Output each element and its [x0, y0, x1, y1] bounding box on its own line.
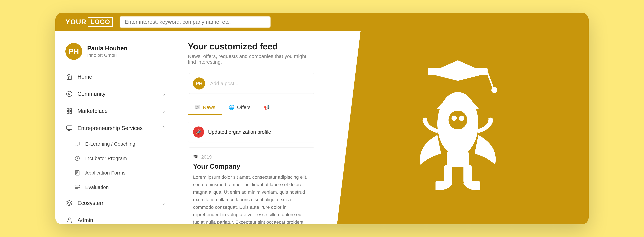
- more-icon: 📢: [264, 104, 270, 110]
- sidebar-item-entrepreneurship-label: Entrepreneurship Services: [78, 125, 157, 131]
- feed-title: Your customized feed: [188, 41, 315, 51]
- sidebar-item-home-label: Home: [78, 74, 166, 80]
- home-icon: [66, 73, 73, 81]
- user-info: Paula Houben Innoloft GmbH: [87, 45, 128, 58]
- news-icon: 📰: [194, 104, 200, 110]
- sidebar-item-marketplace[interactable]: Marketplace ⌄: [55, 102, 176, 120]
- feed-tabs: 📰 News 🌐 Offers 📢: [188, 100, 315, 115]
- user-name: Paula Houben: [87, 45, 128, 52]
- svg-rect-25: [444, 165, 452, 183]
- offers-icon: 🌐: [229, 104, 234, 110]
- rocket-mascot: [382, 60, 533, 195]
- feed-area: Your customized feed News, offers, reque…: [176, 31, 327, 224]
- main-content: PH Paula Houben Innoloft GmbH Home Commu…: [55, 31, 589, 224]
- entrepreneurship-chevron-icon: ⌃: [162, 125, 166, 131]
- sidebar-item-community-label: Community: [78, 91, 157, 97]
- entrepreneurship-icon: [66, 124, 73, 132]
- logo-box: LOGO: [88, 17, 113, 27]
- sidebar-item-entrepreneurship[interactable]: Entrepreneurship Services ⌃: [55, 120, 176, 137]
- sidebar-item-ecosystem-label: Ecosystem: [78, 200, 157, 206]
- right-panel: [327, 31, 589, 224]
- company-description: Lorem ipsum dolor sit amet, consectetur …: [193, 173, 310, 224]
- svg-rect-24: [446, 152, 469, 167]
- notification-icon: 🚀: [193, 126, 204, 138]
- svg-rect-5: [70, 112, 72, 113]
- community-icon: [66, 90, 73, 98]
- svg-rect-9: [75, 142, 80, 145]
- svg-line-18: [488, 73, 493, 88]
- sidebar-item-incubator[interactable]: Incubator Program: [55, 151, 176, 166]
- svg-point-1: [68, 93, 70, 95]
- sidebar-item-evaluation-label: Evaluation: [85, 184, 109, 190]
- sidebar-item-application-forms-label: Application Forms: [85, 170, 126, 176]
- marketplace-icon: [66, 107, 73, 115]
- forms-icon: [74, 169, 81, 176]
- avatar: PH: [66, 43, 82, 60]
- notification-text: Updated organization profile: [208, 129, 271, 135]
- sidebar-item-evaluation[interactable]: Evaluation: [55, 180, 176, 194]
- community-chevron-icon: ⌄: [162, 91, 166, 97]
- notification-card: 🚀 Updated organization profile: [188, 122, 315, 142]
- company-name: Your Company: [193, 163, 310, 170]
- svg-point-15: [68, 218, 70, 220]
- sidebar-item-incubator-label: Incubator Program: [85, 155, 127, 161]
- sidebar-item-elearning-label: E-Learning / Coaching: [85, 141, 135, 147]
- admin-icon: [66, 216, 73, 224]
- svg-point-0: [66, 91, 72, 97]
- company-year: 2019: [201, 154, 212, 160]
- sidebar-item-home[interactable]: Home: [55, 68, 176, 85]
- post-placeholder: Add a post...: [210, 81, 238, 86]
- svg-rect-6: [66, 126, 72, 129]
- sidebar-item-application-forms[interactable]: Application Forms: [55, 166, 176, 180]
- tab-news-label: News: [203, 104, 215, 110]
- svg-rect-2: [67, 109, 69, 110]
- top-bar: YOUR LOGO: [55, 13, 589, 31]
- tab-news[interactable]: 📰 News: [188, 100, 222, 115]
- sidebar-item-elearning[interactable]: E-Learning / Coaching: [55, 137, 176, 151]
- incubator-icon: [74, 155, 81, 162]
- sidebar-item-marketplace-label: Marketplace: [78, 108, 157, 114]
- company-year-row: 🏁 2019: [193, 154, 310, 160]
- sidebar-item-community[interactable]: Community ⌄: [55, 85, 176, 102]
- user-company: Innoloft GmbH: [87, 53, 128, 58]
- company-card: 🏁 2019 Your Company Lorem ipsum dolor si…: [188, 147, 315, 224]
- svg-point-21: [448, 110, 468, 130]
- search-input[interactable]: [120, 17, 270, 28]
- elearning-icon: [74, 140, 81, 147]
- tab-offers[interactable]: 🌐 Offers: [222, 100, 257, 115]
- svg-point-22: [452, 115, 457, 121]
- svg-point-23: [459, 115, 464, 121]
- logo-area: YOUR LOGO: [66, 17, 113, 27]
- post-input-area[interactable]: PH Add a post...: [188, 73, 315, 94]
- svg-rect-26: [464, 165, 472, 183]
- sidebar-item-admin-label: Admin: [78, 217, 166, 223]
- svg-marker-17: [428, 60, 488, 81]
- evaluation-icon: [74, 184, 81, 191]
- svg-rect-3: [70, 109, 72, 110]
- sidebar: PH Paula Houben Innoloft GmbH Home Commu…: [55, 31, 176, 224]
- tab-more[interactable]: 📢: [257, 100, 276, 115]
- tab-offers-label: Offers: [237, 104, 250, 110]
- svg-point-19: [492, 87, 498, 93]
- feed-subtitle: News, offers, requests and companies tha…: [188, 53, 315, 65]
- flag-icon: 🏁: [193, 154, 199, 160]
- post-avatar: PH: [193, 77, 205, 90]
- browser-window: YOUR LOGO PH Paula Houben Innoloft GmbH …: [55, 13, 589, 224]
- user-profile: PH Paula Houben Innoloft GmbH: [55, 40, 176, 68]
- diagonal-divider: [327, 31, 360, 224]
- svg-rect-4: [67, 112, 69, 113]
- logo-your: YOUR: [66, 18, 86, 26]
- ecosystem-chevron-icon: ⌄: [162, 200, 166, 206]
- sidebar-item-admin[interactable]: Admin: [55, 212, 176, 224]
- ecosystem-icon: [66, 199, 73, 207]
- svg-rect-11: [76, 170, 79, 175]
- sidebar-item-ecosystem[interactable]: Ecosystem ⌄: [55, 194, 176, 212]
- marketplace-chevron-icon: ⌄: [162, 108, 166, 114]
